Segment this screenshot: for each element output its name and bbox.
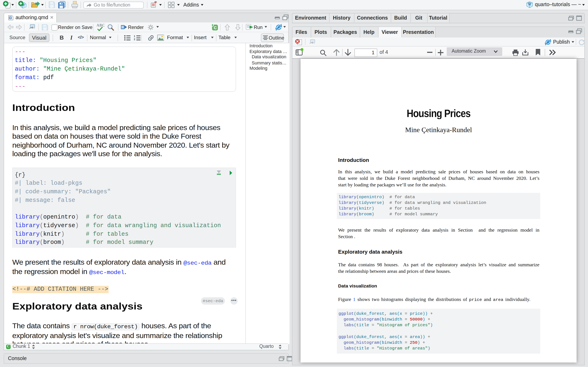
- svg-text:1: 1: [134, 35, 135, 38]
- svg-text:2: 2: [134, 38, 135, 40]
- svg-text:C: C: [214, 25, 216, 30]
- svg-text:R: R: [528, 2, 531, 6]
